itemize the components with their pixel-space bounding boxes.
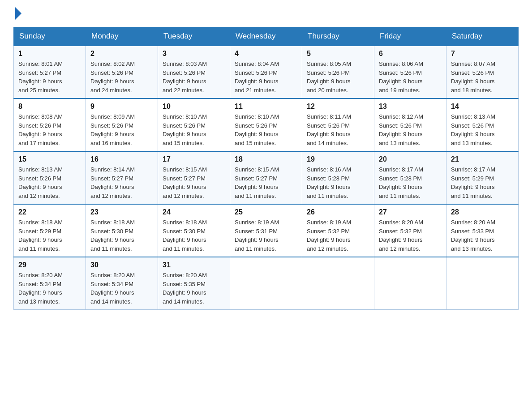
day-info: Sunrise: 8:20 AMSunset: 5:35 PMDaylight:… xyxy=(163,271,225,306)
page-header xyxy=(13,9,519,18)
day-info: Sunrise: 8:18 AMSunset: 5:30 PMDaylight:… xyxy=(163,218,225,253)
calendar-cell: 17Sunrise: 8:15 AMSunset: 5:27 PMDayligh… xyxy=(158,151,230,204)
day-number: 27 xyxy=(379,208,442,216)
calendar-cell: 30Sunrise: 8:20 AMSunset: 5:34 PMDayligh… xyxy=(86,257,158,310)
day-info: Sunrise: 8:11 AMSunset: 5:26 PMDaylight:… xyxy=(307,112,369,147)
day-number: 1 xyxy=(18,50,81,58)
calendar-cell: 12Sunrise: 8:11 AMSunset: 5:26 PMDayligh… xyxy=(302,98,374,151)
day-number: 17 xyxy=(163,155,225,163)
calendar-cell: 24Sunrise: 8:18 AMSunset: 5:30 PMDayligh… xyxy=(158,204,230,257)
day-number: 30 xyxy=(90,261,153,269)
day-info: Sunrise: 8:19 AMSunset: 5:32 PMDaylight:… xyxy=(307,218,369,253)
day-number: 10 xyxy=(163,103,225,111)
calendar-cell: 20Sunrise: 8:17 AMSunset: 5:28 PMDayligh… xyxy=(374,151,446,204)
day-number: 11 xyxy=(235,103,297,111)
day-number: 8 xyxy=(18,103,81,111)
day-info: Sunrise: 8:09 AMSunset: 5:26 PMDaylight:… xyxy=(90,112,153,147)
day-info: Sunrise: 8:06 AMSunset: 5:26 PMDaylight:… xyxy=(379,60,442,94)
day-info: Sunrise: 8:14 AMSunset: 5:27 PMDaylight:… xyxy=(90,165,153,200)
day-number: 2 xyxy=(90,50,153,58)
weekday-header-wednesday: Wednesday xyxy=(230,27,302,46)
day-info: Sunrise: 8:20 AMSunset: 5:32 PMDaylight:… xyxy=(379,218,442,253)
calendar-cell: 26Sunrise: 8:19 AMSunset: 5:32 PMDayligh… xyxy=(302,204,374,257)
weekday-header-friday: Friday xyxy=(374,27,446,46)
day-number: 21 xyxy=(451,155,514,163)
day-number: 4 xyxy=(235,50,297,58)
calendar-cell: 4Sunrise: 8:04 AMSunset: 5:26 PMDaylight… xyxy=(230,46,302,98)
calendar-cell: 28Sunrise: 8:20 AMSunset: 5:33 PMDayligh… xyxy=(446,204,519,257)
logo xyxy=(13,9,21,18)
day-info: Sunrise: 8:05 AMSunset: 5:26 PMDaylight:… xyxy=(307,60,369,94)
day-number: 20 xyxy=(379,155,442,163)
calendar-cell: 7Sunrise: 8:07 AMSunset: 5:26 PMDaylight… xyxy=(446,46,519,98)
weekday-header-row: SundayMondayTuesdayWednesdayThursdayFrid… xyxy=(14,27,519,46)
calendar-cell xyxy=(374,257,446,310)
calendar-cell: 11Sunrise: 8:10 AMSunset: 5:26 PMDayligh… xyxy=(230,98,302,151)
day-info: Sunrise: 8:18 AMSunset: 5:29 PMDaylight:… xyxy=(18,218,81,253)
day-info: Sunrise: 8:20 AMSunset: 5:34 PMDaylight:… xyxy=(18,271,81,306)
day-number: 14 xyxy=(451,103,514,111)
calendar-cell: 29Sunrise: 8:20 AMSunset: 5:34 PMDayligh… xyxy=(14,257,86,310)
calendar-cell: 10Sunrise: 8:10 AMSunset: 5:26 PMDayligh… xyxy=(158,98,230,151)
calendar-week-1: 1Sunrise: 8:01 AMSunset: 5:27 PMDaylight… xyxy=(14,46,519,98)
calendar-table: SundayMondayTuesdayWednesdayThursdayFrid… xyxy=(13,27,519,310)
day-info: Sunrise: 8:03 AMSunset: 5:26 PMDaylight:… xyxy=(163,60,225,94)
day-info: Sunrise: 8:20 AMSunset: 5:33 PMDaylight:… xyxy=(451,218,514,253)
day-info: Sunrise: 8:10 AMSunset: 5:26 PMDaylight:… xyxy=(163,112,225,147)
calendar-cell xyxy=(230,257,302,310)
calendar-cell: 9Sunrise: 8:09 AMSunset: 5:26 PMDaylight… xyxy=(86,98,158,151)
day-number: 22 xyxy=(18,208,81,216)
calendar-cell: 14Sunrise: 8:13 AMSunset: 5:26 PMDayligh… xyxy=(446,98,519,151)
day-number: 26 xyxy=(307,208,369,216)
day-number: 31 xyxy=(163,261,225,269)
calendar-cell: 6Sunrise: 8:06 AMSunset: 5:26 PMDaylight… xyxy=(374,46,446,98)
day-info: Sunrise: 8:15 AMSunset: 5:27 PMDaylight:… xyxy=(235,165,297,200)
day-number: 7 xyxy=(451,50,514,58)
day-info: Sunrise: 8:12 AMSunset: 5:26 PMDaylight:… xyxy=(379,112,442,147)
day-number: 18 xyxy=(235,155,297,163)
calendar-cell: 1Sunrise: 8:01 AMSunset: 5:27 PMDaylight… xyxy=(14,46,86,98)
calendar-cell: 31Sunrise: 8:20 AMSunset: 5:35 PMDayligh… xyxy=(158,257,230,310)
day-number: 25 xyxy=(235,208,297,216)
calendar-cell xyxy=(446,257,519,310)
calendar-cell: 25Sunrise: 8:19 AMSunset: 5:31 PMDayligh… xyxy=(230,204,302,257)
day-number: 16 xyxy=(90,155,153,163)
calendar-cell: 13Sunrise: 8:12 AMSunset: 5:26 PMDayligh… xyxy=(374,98,446,151)
day-info: Sunrise: 8:10 AMSunset: 5:26 PMDaylight:… xyxy=(235,112,297,147)
weekday-header-monday: Monday xyxy=(86,27,158,46)
weekday-header-saturday: Saturday xyxy=(446,27,519,46)
weekday-header-sunday: Sunday xyxy=(14,27,86,46)
day-info: Sunrise: 8:16 AMSunset: 5:28 PMDaylight:… xyxy=(307,165,369,200)
day-number: 9 xyxy=(90,103,153,111)
calendar-cell: 27Sunrise: 8:20 AMSunset: 5:32 PMDayligh… xyxy=(374,204,446,257)
day-info: Sunrise: 8:01 AMSunset: 5:27 PMDaylight:… xyxy=(18,60,81,94)
day-number: 12 xyxy=(307,103,369,111)
day-number: 3 xyxy=(163,50,225,58)
calendar-cell: 15Sunrise: 8:13 AMSunset: 5:26 PMDayligh… xyxy=(14,151,86,204)
weekday-header-tuesday: Tuesday xyxy=(158,27,230,46)
day-info: Sunrise: 8:08 AMSunset: 5:26 PMDaylight:… xyxy=(18,112,81,147)
calendar-week-4: 22Sunrise: 8:18 AMSunset: 5:29 PMDayligh… xyxy=(14,204,519,257)
calendar-cell: 2Sunrise: 8:02 AMSunset: 5:26 PMDaylight… xyxy=(86,46,158,98)
day-number: 13 xyxy=(379,103,442,111)
day-info: Sunrise: 8:17 AMSunset: 5:29 PMDaylight:… xyxy=(451,165,514,200)
calendar-cell: 23Sunrise: 8:18 AMSunset: 5:30 PMDayligh… xyxy=(86,204,158,257)
calendar-cell: 5Sunrise: 8:05 AMSunset: 5:26 PMDaylight… xyxy=(302,46,374,98)
calendar-cell: 16Sunrise: 8:14 AMSunset: 5:27 PMDayligh… xyxy=(86,151,158,204)
calendar-cell: 3Sunrise: 8:03 AMSunset: 5:26 PMDaylight… xyxy=(158,46,230,98)
day-info: Sunrise: 8:13 AMSunset: 5:26 PMDaylight:… xyxy=(18,165,81,200)
day-info: Sunrise: 8:15 AMSunset: 5:27 PMDaylight:… xyxy=(163,165,225,200)
day-number: 23 xyxy=(90,208,153,216)
calendar-cell: 19Sunrise: 8:16 AMSunset: 5:28 PMDayligh… xyxy=(302,151,374,204)
day-number: 19 xyxy=(307,155,369,163)
calendar-cell xyxy=(302,257,374,310)
day-info: Sunrise: 8:04 AMSunset: 5:26 PMDaylight:… xyxy=(235,60,297,94)
day-info: Sunrise: 8:02 AMSunset: 5:26 PMDaylight:… xyxy=(90,60,153,94)
day-info: Sunrise: 8:20 AMSunset: 5:34 PMDaylight:… xyxy=(90,271,153,306)
day-number: 29 xyxy=(18,261,81,269)
day-number: 15 xyxy=(18,155,81,163)
logo-triangle-icon xyxy=(15,7,21,20)
calendar-week-3: 15Sunrise: 8:13 AMSunset: 5:26 PMDayligh… xyxy=(14,151,519,204)
calendar-cell: 21Sunrise: 8:17 AMSunset: 5:29 PMDayligh… xyxy=(446,151,519,204)
day-number: 6 xyxy=(379,50,442,58)
